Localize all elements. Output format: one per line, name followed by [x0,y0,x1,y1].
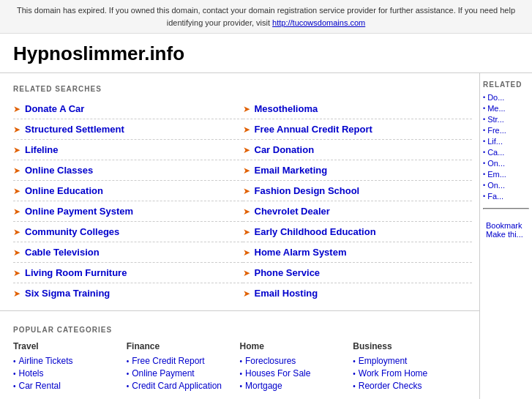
bullet-icon: • [483,171,485,178]
popular-link[interactable]: Online Payment [132,368,194,379]
sidebar-link[interactable]: Fa... [487,192,503,201]
popular-col-title: Finance [127,341,240,351]
list-item: • Lif... [483,137,529,146]
popular-link[interactable]: Reorder Checks [359,381,422,391]
right-search-col: ➤ Mesothelioma ➤ Free Annual Credit Repo… [243,99,473,303]
search-link[interactable]: Free Annual Credit Report [255,124,372,135]
list-item: ➤ Mesothelioma [243,99,473,119]
search-link[interactable]: Cable Television [25,247,100,258]
sidebar-link[interactable]: Fre... [487,126,506,135]
related-searches-label: RELATED SEARCHES [0,81,479,99]
popular-link[interactable]: Credit Card Application [132,381,222,391]
search-link[interactable]: Online Classes [25,165,93,176]
popular-link[interactable]: Hotels [19,368,44,379]
top-notice: This domain has expired. If you owned th… [0,0,532,34]
search-link[interactable]: Home Alarm System [255,247,347,258]
left-search-col: ➤ Donate A Car ➤ Structured Settlement ➤… [13,99,243,303]
bullet-icon: • [483,116,485,123]
sidebar-link[interactable]: Em... [487,170,506,179]
make-link[interactable]: Make thi... [486,230,523,239]
popular-col-business: Business • Employment • Work From Home •… [353,341,466,393]
search-link[interactable]: Car Donation [255,144,315,155]
list-item: • Work From Home [353,368,466,379]
arrow-icon: ➤ [13,247,20,258]
search-link[interactable]: Community Colleges [25,226,119,237]
search-link[interactable]: Phone Service [255,267,321,278]
list-item: • Str... [483,115,529,124]
list-item: ➤ Community Colleges [13,222,243,242]
arrow-icon: ➤ [243,104,250,114]
bullet-icon: • [353,357,356,365]
popular-link[interactable]: Work From Home [359,368,427,379]
list-item: ➤ Online Education [13,181,243,201]
arrow-icon: ➤ [243,247,250,258]
search-link[interactable]: Chevrolet Dealer [255,206,330,217]
bullet-icon: • [127,382,130,390]
arrow-icon: ➤ [13,124,20,135]
search-link[interactable]: Six Sigma Training [25,288,110,299]
page-title: Hypnoslimmer.info [0,34,532,73]
search-link[interactable]: Online Education [25,185,103,196]
search-link[interactable]: Mesothelioma [255,103,318,114]
search-link[interactable]: Online Payment System [25,206,133,217]
list-item: • On... [483,159,529,168]
arrow-icon: ➤ [243,288,250,299]
arrow-icon: ➤ [13,206,20,217]
popular-link[interactable]: Airline Tickets [19,356,73,366]
list-item: ➤ Early Childhood Education [243,222,473,242]
list-item: • On... [483,181,529,190]
bullet-icon: • [240,357,243,365]
popular-link[interactable]: Mortgage [245,381,282,391]
bullet-icon: • [483,149,485,156]
bullet-icon: • [127,370,130,378]
arrow-icon: ➤ [13,288,20,299]
list-item: • Do... [483,93,529,102]
arrow-icon: ➤ [13,165,20,176]
arrow-icon: ➤ [243,165,250,176]
search-link[interactable]: Email Hosting [255,288,318,299]
right-sidebar: RELATED • Do... • Me... • Str... • Fre..… [479,73,532,399]
list-item: • Me... [483,104,529,113]
arrow-icon: ➤ [243,268,250,278]
search-link[interactable]: Living Room Furniture [25,267,127,278]
popular-categories-label: POPULAR CATEGORIES [13,326,466,334]
bookmark-link[interactable]: Bookmark [486,221,522,230]
sidebar-link[interactable]: Ca... [487,148,504,157]
popular-link[interactable]: Car Rental [19,381,61,391]
search-link[interactable]: Email Marketing [255,165,328,176]
list-item: • Car Rental [13,381,127,391]
list-item: ➤ Structured Settlement [13,119,243,140]
search-link[interactable]: Donate A Car [25,103,84,114]
list-item: • Fre... [483,126,529,135]
sidebar-link[interactable]: On... [487,181,505,190]
popular-link[interactable]: Employment [359,356,408,366]
list-item: • Employment [353,356,466,366]
notice-link[interactable]: http://tucowsdomains.com [272,18,365,27]
popular-link[interactable]: Foreclosures [245,356,296,366]
popular-col-title: Home [240,341,353,351]
popular-section: POPULAR CATEGORIES Travel • Airline Tick… [0,318,479,399]
sidebar-link[interactable]: On... [487,159,505,168]
list-item: ➤ Free Annual Credit Report [243,119,473,140]
sidebar-link[interactable]: Lif... [487,137,503,146]
list-item: • Ca... [483,148,529,157]
search-link[interactable]: Structured Settlement [25,124,124,135]
search-link[interactable]: Early Childhood Education [255,226,376,237]
arrow-icon: ➤ [13,227,20,237]
search-link[interactable]: Lifeline [25,144,59,155]
list-item: ➤ Cable Television [13,242,243,263]
list-item: • Hotels [13,368,127,379]
list-item: • Mortgage [240,381,353,391]
bullet-icon: • [483,94,485,101]
popular-col-home: Home • Foreclosures • Houses For Sale • … [240,341,353,393]
sidebar-link[interactable]: Do... [487,93,504,102]
bullet-icon: • [13,382,16,390]
list-item: • Credit Card Application [127,381,240,391]
search-link[interactable]: Fashion Design School [255,185,360,196]
sidebar-link[interactable]: Str... [487,115,504,124]
list-item: ➤ Donate A Car [13,99,243,119]
sidebar-link[interactable]: Me... [487,104,505,113]
popular-link[interactable]: Free Credit Report [132,356,204,366]
popular-link[interactable]: Houses For Sale [245,368,310,379]
list-item: ➤ Online Classes [13,160,243,181]
